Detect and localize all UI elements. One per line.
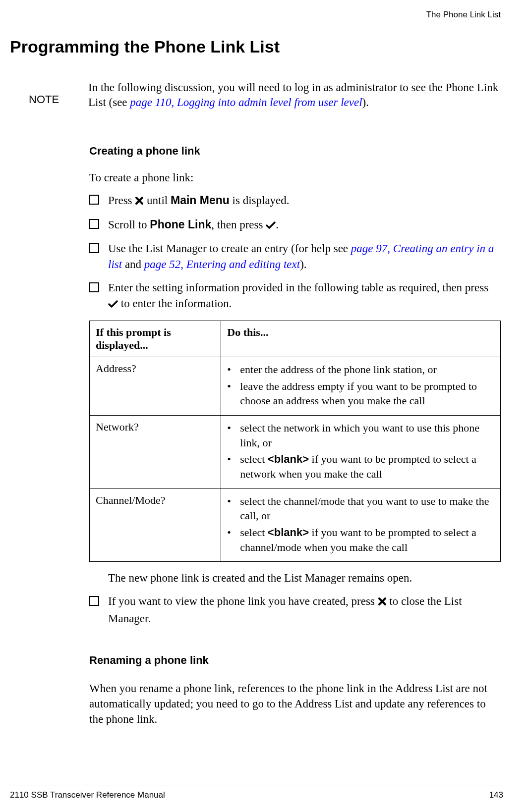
step-text: If you want to view the phone link you h…	[108, 594, 501, 626]
table-row: Address? •enter the address of the phone…	[90, 357, 501, 415]
note-xref[interactable]: page 110, Logging into admin level from …	[130, 96, 362, 108]
bullet-icon: •	[227, 452, 233, 481]
bullet-icon: •	[227, 379, 233, 408]
table-row: Network? •select the network in which yo…	[90, 415, 501, 488]
prompt-cell: Channel/Mode?	[90, 488, 221, 562]
action-cell: •select the network in which you want to…	[221, 415, 501, 488]
text-fragment: is displayed.	[230, 194, 290, 207]
page-title: Programming the Phone Link List	[10, 37, 503, 56]
text-fragment: If you want to view the phone link you h…	[108, 595, 378, 607]
page-footer: 2110 SSB Transceiver Reference Manual 14…	[10, 786, 503, 800]
note-block: NOTE In the following discussion, you wi…	[29, 80, 503, 110]
checkbox-icon	[89, 243, 99, 253]
step-item: Press until Main Menu is displayed.	[89, 192, 501, 210]
step-text: Scroll to Phone Link, then press .	[108, 217, 501, 234]
after-table-text: The new phone link is created and the Li…	[108, 572, 501, 585]
bullet-text: enter the address of the phone link stat…	[240, 362, 494, 377]
action-cell: •select the channel/mode that you want t…	[221, 488, 501, 562]
check-icon	[266, 218, 276, 234]
table-header-action: Do this...	[221, 321, 501, 357]
prompt-cell: Network?	[90, 415, 221, 488]
step-item: Scroll to Phone Link, then press .	[89, 217, 501, 234]
footer-left: 2110 SSB Transceiver Reference Manual	[10, 790, 165, 800]
note-text: In the following discussion, you will ne…	[88, 80, 503, 110]
text-fragment: ).	[300, 258, 306, 271]
bullet-text: select the network in which you want to …	[240, 421, 494, 450]
step-text: Use the List Manager to create an entry …	[108, 241, 501, 272]
text-bold: Phone Link	[150, 218, 211, 231]
step-text: Press until Main Menu is displayed.	[108, 192, 501, 210]
text-fragment: select	[240, 526, 268, 539]
note-label: NOTE	[29, 80, 78, 106]
bullet-icon: •	[227, 525, 233, 554]
running-header: The Phone Link List	[10, 10, 503, 20]
step-item: Use the List Manager to create an entry …	[89, 241, 501, 272]
bullet-text: leave the address empty if you want to b…	[240, 379, 494, 408]
bullet-text: select <blank> if you want to be prompte…	[240, 525, 494, 554]
table-header-prompt: If this prompt is displayed...	[90, 321, 221, 357]
cross-icon	[378, 595, 387, 610]
xref-link[interactable]: page 52, Entering and editing text	[144, 258, 300, 271]
checkbox-icon	[89, 596, 99, 606]
step-item: Enter the setting information provided i…	[89, 280, 501, 313]
text-fragment: .	[276, 218, 279, 231]
text-fragment: and	[122, 258, 144, 271]
footer-page-number: 143	[489, 790, 503, 800]
table-row: Channel/Mode? •select the channel/mode t…	[90, 488, 501, 562]
checkbox-icon	[89, 282, 99, 292]
checkbox-icon	[89, 195, 99, 205]
lead-text: To create a phone link:	[89, 171, 501, 184]
text-fragment: to enter the information.	[118, 297, 232, 310]
text-fragment: select	[240, 453, 268, 465]
text-fragment: , then press	[211, 218, 266, 231]
bullet-text: select the channel/mode that you want to…	[240, 494, 494, 523]
text-fragment: Press	[108, 194, 135, 207]
bullet-icon: •	[227, 421, 233, 450]
action-cell: •enter the address of the phone link sta…	[221, 357, 501, 415]
cross-icon	[135, 194, 144, 210]
checkbox-icon	[89, 219, 99, 229]
text-bold: <blank>	[268, 453, 309, 465]
prompt-cell: Address?	[90, 357, 221, 415]
text-fragment: Scroll to	[108, 218, 150, 231]
bullet-icon: •	[227, 362, 233, 377]
note-text-after: ).	[362, 96, 369, 108]
bullet-text: select <blank> if you want to be prompte…	[240, 452, 494, 481]
check-icon	[108, 297, 118, 313]
body-paragraph: When you rename a phone link, references…	[89, 681, 501, 727]
settings-table: If this prompt is displayed... Do this..…	[89, 321, 501, 562]
section-heading-creating: Creating a phone link	[89, 145, 501, 158]
step-item: If you want to view the phone link you h…	[89, 594, 501, 626]
text-fragment: until	[144, 194, 171, 207]
text-bold: <blank>	[268, 526, 309, 539]
text-fragment: Enter the setting information provided i…	[108, 281, 488, 294]
text-fragment: Use the List Manager to create an entry …	[108, 242, 351, 255]
step-text: Enter the setting information provided i…	[108, 280, 501, 313]
section-heading-renaming: Renaming a phone link	[89, 654, 501, 667]
text-bold: Main Menu	[171, 194, 230, 207]
bullet-icon: •	[227, 494, 233, 523]
